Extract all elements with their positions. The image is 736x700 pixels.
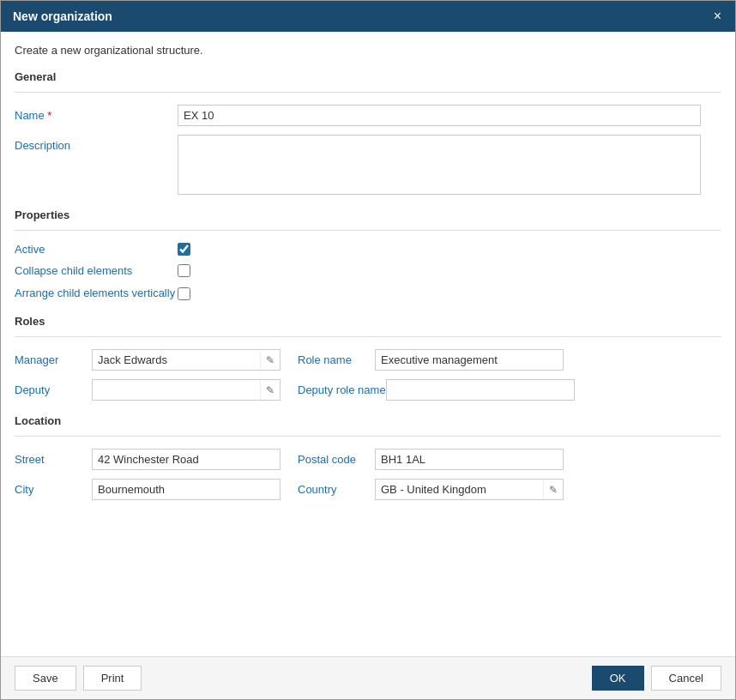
- city-input[interactable]: [92, 479, 281, 500]
- dialog-title: New organization: [13, 9, 112, 23]
- city-row: City Country ✎: [15, 479, 721, 500]
- dialog-footer: Save Print OK Cancel: [1, 656, 735, 699]
- arrange-checkbox[interactable]: [178, 287, 190, 300]
- name-input[interactable]: [178, 105, 701, 126]
- roles-section-header: Roles: [15, 315, 721, 328]
- manager-row: Manager ✎ Role name: [15, 349, 721, 371]
- name-row: Name: [15, 105, 721, 126]
- print-button[interactable]: Print: [83, 666, 142, 691]
- general-section: General Name Description: [15, 70, 721, 195]
- street-field: Street: [15, 449, 281, 470]
- new-organization-dialog: New organization × Create a new organiza…: [0, 0, 736, 700]
- footer-left: Save Print: [15, 666, 142, 691]
- city-label: City: [15, 483, 92, 496]
- country-edit-icon[interactable]: ✎: [543, 480, 563, 499]
- collapse-checkbox[interactable]: [178, 264, 190, 277]
- deputy-role-field: Deputy role name: [298, 379, 575, 401]
- role-name-label: Role name: [298, 353, 375, 366]
- roles-divider: [15, 336, 721, 337]
- active-row: Active: [15, 243, 721, 256]
- close-button[interactable]: ×: [712, 9, 723, 23]
- postal-label: Postal code: [298, 453, 375, 466]
- collapse-row: Collapse child elements: [15, 264, 721, 277]
- role-name-field: Role name: [298, 349, 564, 371]
- cancel-button[interactable]: Cancel: [651, 666, 721, 691]
- general-divider: [15, 92, 721, 93]
- postal-field: Postal code: [298, 449, 564, 470]
- location-divider: [15, 436, 721, 437]
- active-label: Active: [15, 243, 178, 256]
- street-row: Street Postal code: [15, 449, 721, 470]
- ok-button[interactable]: OK: [592, 666, 644, 691]
- description-input[interactable]: [178, 135, 701, 195]
- dialog-header: New organization ×: [1, 1, 735, 32]
- role-name-input[interactable]: [375, 349, 564, 371]
- manager-label: Manager: [15, 353, 92, 366]
- street-input[interactable]: [92, 449, 281, 470]
- collapse-label: Collapse child elements: [15, 264, 178, 277]
- deputy-edit-icon[interactable]: ✎: [260, 381, 280, 400]
- location-section: Location Street Postal code City: [15, 414, 721, 500]
- dialog-body: Create a new organizational structure. G…: [1, 32, 735, 656]
- deputy-field: Deputy ✎: [15, 379, 281, 401]
- deputy-role-label: Deputy role name: [298, 383, 386, 396]
- country-field: Country ✎: [298, 479, 564, 500]
- deputy-role-input[interactable]: [386, 379, 575, 401]
- manager-field: Manager ✎: [15, 349, 281, 371]
- manager-input-wrapper: ✎: [92, 349, 281, 371]
- deputy-input-wrapper: ✎: [92, 379, 281, 401]
- save-button[interactable]: Save: [15, 666, 76, 691]
- arrange-label: Arrange child elements vertically: [15, 286, 178, 301]
- active-checkbox[interactable]: [178, 243, 190, 256]
- manager-edit-icon[interactable]: ✎: [260, 351, 280, 370]
- general-section-header: General: [15, 70, 721, 83]
- properties-section: Properties Active Collapse child element…: [15, 208, 721, 301]
- country-input[interactable]: [376, 480, 543, 499]
- country-label: Country: [298, 483, 375, 496]
- arrange-row: Arrange child elements vertically: [15, 286, 721, 301]
- postal-input[interactable]: [375, 449, 564, 470]
- roles-section: Roles Manager ✎ Role name: [15, 315, 721, 401]
- dialog-subtitle: Create a new organizational structure.: [15, 44, 721, 57]
- footer-right: OK Cancel: [592, 666, 721, 691]
- manager-input[interactable]: [93, 350, 260, 370]
- description-row: Description: [15, 135, 721, 195]
- properties-section-header: Properties: [15, 208, 721, 221]
- description-label: Description: [15, 135, 178, 152]
- name-label: Name: [15, 105, 178, 122]
- city-field: City: [15, 479, 281, 500]
- street-label: Street: [15, 453, 92, 466]
- deputy-input[interactable]: [93, 380, 260, 400]
- country-input-wrapper: ✎: [375, 479, 564, 500]
- deputy-label: Deputy: [15, 383, 92, 396]
- properties-divider: [15, 230, 721, 231]
- location-section-header: Location: [15, 414, 721, 427]
- deputy-row: Deputy ✎ Deputy role name: [15, 379, 721, 401]
